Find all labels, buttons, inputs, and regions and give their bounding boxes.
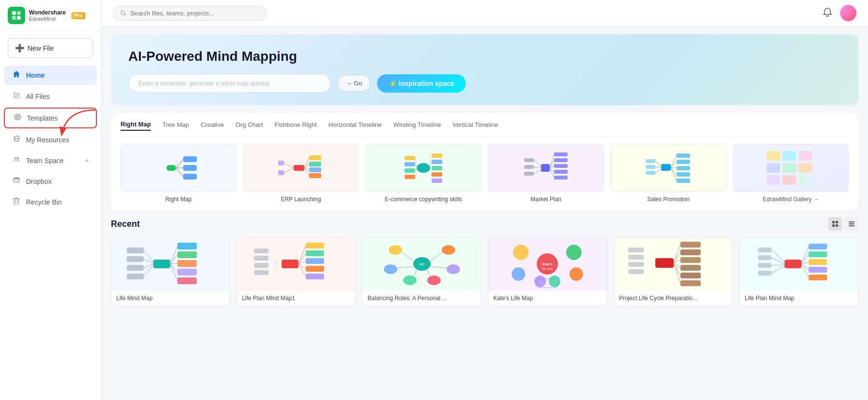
svg-rect-41 bbox=[432, 160, 442, 164]
hero-input-placeholder: Enter a sentence, generate a mind map qu… bbox=[138, 80, 270, 87]
sidebar-item-my-resources[interactable]: My Resources bbox=[4, 130, 97, 149]
hero-input-box[interactable]: Enter a sentence, generate a mind map qu… bbox=[128, 74, 331, 93]
svg-rect-20 bbox=[183, 156, 197, 162]
sidebar-item-all-files[interactable]: All Files bbox=[4, 87, 97, 106]
recent-card-kates-life-map[interactable]: Kate's life map Kate's Life Map bbox=[488, 237, 607, 306]
svg-rect-102 bbox=[849, 221, 854, 222]
svg-line-195 bbox=[772, 250, 785, 262]
svg-rect-31 bbox=[309, 155, 321, 160]
svg-rect-167 bbox=[680, 265, 701, 271]
recycle-bin-icon bbox=[12, 197, 21, 207]
sidebar-item-templates[interactable]: Templates bbox=[4, 108, 97, 128]
list-view-button[interactable] bbox=[845, 217, 858, 231]
tab-org-chart[interactable]: Org Chart bbox=[235, 121, 263, 130]
notification-bell-icon[interactable] bbox=[823, 7, 832, 19]
svg-rect-11 bbox=[14, 199, 19, 204]
svg-rect-48 bbox=[405, 175, 415, 179]
recent-card-life-mind-map[interactable]: Life Mind Map bbox=[111, 237, 230, 306]
svg-rect-33 bbox=[309, 167, 321, 172]
search-box[interactable] bbox=[113, 6, 267, 21]
svg-line-120 bbox=[144, 250, 153, 262]
svg-rect-22 bbox=[183, 174, 197, 179]
grid-view-button[interactable] bbox=[828, 217, 842, 231]
go-button[interactable]: → Go bbox=[338, 75, 370, 92]
tab-winding-timeline[interactable]: Winding Timeline bbox=[393, 121, 441, 130]
svg-rect-34 bbox=[309, 173, 321, 178]
recent-thumb-balancing-roles: ME bbox=[363, 238, 481, 291]
gallery-link[interactable]: EdrawMind Gallery → bbox=[763, 196, 819, 203]
new-file-button[interactable]: ➕ New File bbox=[8, 38, 93, 58]
template-card-more[interactable]: EdrawMind Gallery → bbox=[733, 144, 849, 203]
svg-line-87 bbox=[655, 169, 661, 173]
svg-rect-55 bbox=[554, 152, 568, 156]
tab-fishbone[interactable]: Fishbone Right bbox=[274, 121, 316, 130]
svg-line-121 bbox=[144, 259, 153, 263]
template-card-market-plan[interactable]: Market Plan bbox=[488, 144, 604, 203]
svg-point-140 bbox=[389, 245, 402, 255]
svg-point-155 bbox=[566, 245, 582, 260]
svg-text:ME: ME bbox=[419, 262, 424, 266]
svg-rect-1 bbox=[17, 11, 21, 15]
tab-horizontal-timeline[interactable]: Horizontal Timeline bbox=[328, 121, 382, 130]
svg-line-64 bbox=[550, 168, 554, 178]
svg-rect-176 bbox=[628, 248, 644, 252]
tab-right-map[interactable]: Right Map bbox=[121, 121, 151, 131]
svg-rect-136 bbox=[254, 256, 269, 261]
inspiration-button[interactable]: ⚡ Inspiration space bbox=[377, 74, 466, 93]
svg-point-7 bbox=[16, 116, 19, 118]
team-space-add-icon[interactable]: + bbox=[85, 156, 89, 165]
svg-rect-71 bbox=[661, 164, 671, 171]
svg-line-77 bbox=[671, 155, 677, 167]
template-card-sales-promotion[interactable]: Sales Promotion bbox=[610, 144, 726, 203]
new-file-label: New File bbox=[27, 44, 54, 52]
recent-thumb-life-plan-mind-map bbox=[740, 238, 858, 291]
recent-card-project-lifecycle[interactable]: Project Life Cycle Preparatio... bbox=[614, 237, 733, 306]
tab-tree-map[interactable]: Tree Map bbox=[163, 121, 189, 130]
svg-point-142 bbox=[384, 264, 397, 274]
sidebar-item-team-space[interactable]: Team Space + bbox=[4, 151, 97, 170]
svg-line-197 bbox=[772, 265, 785, 265]
templates-section: Right Map Tree Map Creative Org Chart Fi… bbox=[111, 113, 858, 210]
svg-rect-125 bbox=[306, 243, 324, 248]
template-card-right-map[interactable]: Right Map bbox=[121, 144, 236, 203]
svg-rect-99 bbox=[836, 221, 838, 223]
recent-name-balancing-roles: Balancing Roles: A Personal ... bbox=[363, 291, 481, 305]
tab-vertical-timeline[interactable]: Vertical Timeline bbox=[452, 121, 498, 130]
logo-text: Wondershare EdrawMind bbox=[29, 9, 66, 22]
tab-creative[interactable]: Creative bbox=[201, 121, 224, 130]
svg-line-78 bbox=[671, 162, 677, 167]
recent-card-life-plan-mind-map[interactable]: Life Plan Mind Map bbox=[739, 237, 858, 306]
sidebar-item-dropbox[interactable]: Dropbox bbox=[4, 172, 97, 191]
sidebar-item-recycle-bin[interactable]: Recycle Bin bbox=[4, 193, 97, 211]
svg-line-148 bbox=[397, 267, 413, 268]
all-files-icon bbox=[12, 92, 21, 101]
svg-line-35 bbox=[284, 163, 294, 168]
svg-rect-73 bbox=[677, 160, 690, 164]
svg-rect-118 bbox=[127, 265, 144, 271]
team-space-icon bbox=[12, 156, 21, 165]
svg-rect-97 bbox=[808, 175, 815, 185]
template-name-sales-promotion: Sales Promotion bbox=[647, 196, 690, 203]
svg-rect-56 bbox=[554, 158, 568, 162]
svg-rect-178 bbox=[628, 262, 644, 267]
svg-rect-89 bbox=[783, 151, 796, 161]
search-input[interactable] bbox=[130, 10, 260, 17]
svg-rect-181 bbox=[809, 244, 827, 249]
recent-header: Recent bbox=[111, 217, 858, 231]
svg-rect-105 bbox=[153, 260, 170, 268]
recent-card-life-plan-1[interactable]: Life Plan MInd Map1 bbox=[237, 237, 356, 306]
svg-rect-44 bbox=[432, 179, 442, 183]
template-card-ecommerce[interactable]: E-commerce copywriting skills bbox=[366, 144, 481, 203]
template-card-erp[interactable]: ERP Launching bbox=[243, 144, 359, 203]
user-avatar[interactable] bbox=[840, 5, 856, 21]
sidebar-item-home[interactable]: Home bbox=[4, 66, 97, 85]
svg-line-113 bbox=[170, 263, 177, 264]
svg-rect-129 bbox=[306, 274, 324, 279]
svg-line-122 bbox=[144, 264, 153, 268]
recent-card-balancing-roles[interactable]: ME Balancing Roles: A Personal ... bbox=[362, 237, 481, 306]
svg-rect-163 bbox=[655, 258, 674, 268]
template-thumb-ecommerce bbox=[366, 144, 481, 192]
svg-rect-191 bbox=[758, 248, 772, 252]
svg-rect-108 bbox=[177, 260, 197, 267]
svg-rect-72 bbox=[677, 153, 690, 158]
